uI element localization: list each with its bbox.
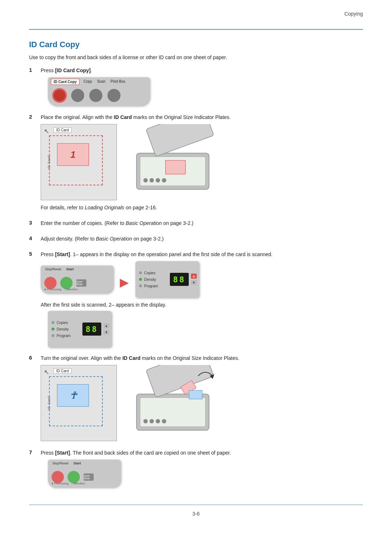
step-2-content: Place the original. Align with the ID Ca… bbox=[41, 114, 363, 214]
svg-rect-1 bbox=[146, 124, 214, 156]
start-panel-fig-2: Stop/Reset Start Quiet Mode ● Processing… bbox=[48, 460, 121, 487]
step-6-num: 6 bbox=[29, 354, 39, 361]
figure-display-only: Copies Density Program 88 ▲ bbox=[48, 311, 363, 347]
card-back-blue: ☥ bbox=[57, 384, 89, 407]
processing-label: ● Processing bbox=[44, 288, 61, 291]
start-panel-top-labels-2: Stop/Reset Start bbox=[52, 461, 81, 465]
display-panel-small: Copies Density Program 88 ▲ bbox=[48, 311, 111, 347]
scanner-svg bbox=[126, 124, 224, 200]
quiet-mode-label: Quiet Mode bbox=[76, 280, 86, 286]
start-btn[interactable] bbox=[60, 277, 73, 289]
corner-mark-2: ↖ bbox=[44, 368, 49, 376]
step-7-num: 7 bbox=[29, 449, 39, 455]
arrow-down-btn-small[interactable]: ▼ bbox=[103, 330, 109, 335]
stop-reset-label: Stop/Reset bbox=[45, 267, 61, 271]
svg-point-7 bbox=[162, 178, 166, 182]
svg-rect-16 bbox=[189, 390, 202, 399]
start-panel-top-labels: Stop/Reset Start bbox=[45, 267, 74, 271]
svg-point-13 bbox=[156, 419, 160, 423]
figure-button-panel: ID Card Copy Copy Scan Print Box bbox=[48, 77, 363, 106]
card-front-pink: 1 bbox=[57, 143, 89, 166]
attention-label: ↑ Attention bbox=[64, 288, 78, 291]
step-4-num: 4 bbox=[29, 235, 39, 241]
btn-printbox-circle[interactable] bbox=[107, 89, 121, 102]
quiet-mode-label-2: Quiet Mode bbox=[83, 475, 94, 480]
step-2: 2 Place the original. Align with the ID … bbox=[29, 114, 363, 214]
label-program: Program bbox=[144, 284, 158, 288]
figure-platen-step2: ↖ ID Card ID Card 1 bbox=[41, 124, 363, 200]
corner-mark: ↖ bbox=[44, 127, 49, 135]
platen-flat-left: ↖ ID Card ID Card 1 bbox=[41, 124, 117, 200]
step-4-content: Adjust density. (Refer to Basic Operatio… bbox=[41, 235, 363, 246]
bottom-divider bbox=[29, 505, 363, 505]
arrow-down-btn[interactable]: ▼ bbox=[191, 280, 197, 285]
tab-copy: Copy bbox=[81, 79, 94, 85]
dot-density bbox=[139, 278, 142, 281]
svg-point-6 bbox=[156, 178, 160, 182]
svg-point-14 bbox=[162, 419, 166, 423]
step-1-num: 1 bbox=[29, 67, 39, 73]
display-screen-small: 88 bbox=[82, 323, 101, 336]
btn-idcard-circle[interactable] bbox=[53, 89, 66, 102]
svg-point-12 bbox=[150, 419, 154, 423]
step-3: 3 Enter the number of copies. (Refer to … bbox=[29, 219, 363, 230]
figure-start-only: Stop/Reset Start Quiet Mode ● Processing… bbox=[48, 460, 363, 487]
stop-btn[interactable] bbox=[44, 277, 57, 289]
page-number: 3-6 bbox=[29, 511, 363, 517]
label2-density: Density bbox=[57, 327, 69, 331]
dot-program bbox=[139, 284, 142, 287]
figure-platen-step6: ↖ ID Card ID Card ☥ bbox=[41, 365, 363, 441]
tab-idcard: ID Card Copy bbox=[51, 79, 79, 85]
dot2-copies bbox=[52, 321, 54, 324]
btn-panel-container: ID Card Copy Copy Scan Print Box bbox=[48, 77, 150, 106]
svg-point-5 bbox=[150, 178, 154, 182]
display-panel-fig: Copies Density Program 88 bbox=[135, 261, 199, 297]
arrow-up-btn-small[interactable]: ▲ bbox=[103, 323, 109, 328]
step-2-detail: For details, refer to Loading Originals … bbox=[41, 204, 363, 212]
quiet-mode-btn[interactable]: Quiet Mode bbox=[76, 279, 86, 287]
page: Copying ID Card Copy Use to copy the fro… bbox=[0, 0, 392, 554]
processing-label-2: ● Processing bbox=[52, 482, 69, 485]
step-6: 6 Turn the original over. Align with the… bbox=[29, 354, 363, 444]
step-7-content: Press [Start]. The front and back sides … bbox=[41, 449, 363, 490]
intro-text: Use to copy the front and back sides of … bbox=[29, 54, 363, 60]
step-5: 5 Press [Start]. 1– appears in the displ… bbox=[29, 251, 363, 349]
btn-panel-tabs: ID Card Copy Copy Scan Print Box bbox=[48, 79, 150, 85]
quiet-mode-btn-2[interactable]: Quiet Mode bbox=[83, 473, 94, 481]
step-1: 1 Press [ID Card Copy]. ID Card Copy Cop… bbox=[29, 67, 363, 108]
scanner-3d-diagram-2 bbox=[126, 365, 224, 441]
step-3-num: 3 bbox=[29, 219, 39, 226]
label2-program: Program bbox=[57, 334, 70, 338]
svg-point-11 bbox=[143, 419, 148, 423]
attention-label-2: ↑ Attention bbox=[72, 482, 85, 485]
display-screen: 88 bbox=[170, 273, 189, 286]
step-5-text: Press [Start]. 1– appears in the display… bbox=[41, 251, 363, 258]
start-btn-2[interactable] bbox=[68, 471, 80, 483]
scanner-svg-2 bbox=[126, 365, 224, 441]
start-label: Start bbox=[66, 267, 74, 271]
dot2-density bbox=[52, 328, 54, 331]
stop-btn-2[interactable] bbox=[52, 471, 64, 483]
scanner-3d-diagram bbox=[126, 124, 224, 200]
svg-rect-9 bbox=[146, 365, 214, 397]
start-panel-bottom-labels: ● Processing ↑ Attention bbox=[44, 288, 78, 291]
page-title: ID Card Copy bbox=[29, 40, 363, 49]
step-5-content: Press [Start]. 1– appears in the display… bbox=[41, 251, 363, 349]
arrow-up-btn[interactable]: ▲ bbox=[191, 274, 197, 279]
tab-printbox: Print Box bbox=[108, 79, 128, 85]
label2-copies: Copies bbox=[57, 321, 68, 325]
step-5-after-note: After the first side is scanned, 2– appe… bbox=[41, 301, 363, 309]
svg-point-4 bbox=[143, 178, 148, 182]
display-arrows-small: ▲ ▼ bbox=[103, 323, 109, 335]
svg-rect-3 bbox=[166, 160, 185, 174]
step-3-content: Enter the number of copies. (Refer to Ba… bbox=[41, 219, 363, 230]
step-4-text: Adjust density. (Refer to Basic Operatio… bbox=[41, 235, 363, 243]
btn-scan-circle[interactable] bbox=[89, 89, 102, 102]
step-4: 4 Adjust density. (Refer to Basic Operat… bbox=[29, 235, 363, 246]
label-density: Density bbox=[144, 278, 156, 282]
start-panel-fig: Stop/Reset Start Quiet Mode ● Processing… bbox=[41, 266, 113, 293]
platen-flat-left-blue: ↖ ID Card ID Card ☥ bbox=[41, 365, 117, 441]
btn-copy-circle[interactable] bbox=[71, 89, 84, 102]
stop-reset-label-2: Stop/Reset bbox=[52, 461, 69, 465]
label-copies: Copies bbox=[144, 271, 155, 275]
